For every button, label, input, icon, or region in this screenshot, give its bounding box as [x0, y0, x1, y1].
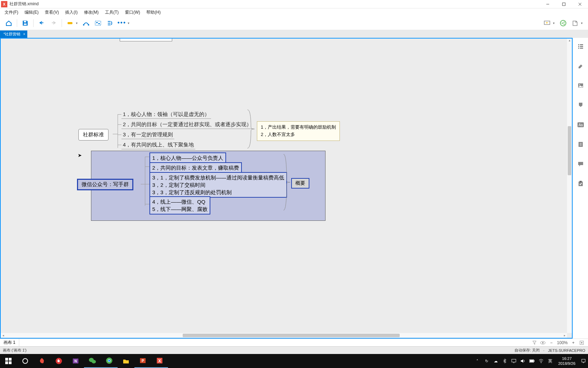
menu-view[interactable]: 查看(V): [42, 9, 62, 16]
horizontal-scrollbar[interactable]: ◂ ▸: [1, 333, 567, 338]
menu-help[interactable]: 帮助(H): [143, 9, 164, 16]
undo-button[interactable]: [36, 18, 47, 28]
close-button[interactable]: [572, 0, 588, 8]
mindmap-node-partial[interactable]: [120, 38, 172, 41]
tray-display-icon[interactable]: [509, 359, 518, 363]
wechat-icon[interactable]: [84, 354, 101, 368]
tray-notifications-icon[interactable]: [579, 359, 588, 363]
tray-refresh-icon[interactable]: ↻: [482, 359, 491, 363]
vscroll-thumb[interactable]: [568, 126, 571, 175]
mindmap-summary-selected[interactable]: 概要: [291, 178, 309, 189]
svg-rect-23: [580, 44, 583, 45]
tray-wifi-icon[interactable]: [537, 359, 546, 363]
mindmap-node-selected[interactable]: 微信公众号：写手群: [77, 179, 133, 190]
redo-button[interactable]: [48, 18, 59, 28]
cursor-icon: ➤: [78, 152, 82, 158]
task-icon[interactable]: [576, 179, 585, 188]
menu-edit[interactable]: 编辑(E): [21, 9, 42, 16]
connector: [118, 135, 121, 135]
start-button[interactable]: [0, 354, 17, 368]
marker-icon[interactable]: [576, 101, 585, 109]
dropdown-arrow-icon[interactable]: ▾: [581, 21, 585, 25]
dropdown-arrow-icon[interactable]: ▾: [553, 21, 557, 25]
maximize-button[interactable]: [556, 0, 572, 8]
mindmap-subtopic[interactable]: 3，有一定的管理规则: [121, 131, 174, 139]
tray-ime[interactable]: 英: [546, 358, 555, 364]
eye-icon[interactable]: [540, 340, 546, 346]
image-icon[interactable]: [576, 81, 585, 90]
tray-bluetooth-icon[interactable]: [500, 359, 509, 363]
menu-modify[interactable]: 修改(M): [81, 9, 102, 16]
format-icon[interactable]: [576, 62, 585, 70]
dropdown-arrow-icon[interactable]: ▾: [76, 21, 80, 25]
mindmap-summary[interactable]: 1，产出结果，需要有明确的鼓励机制 2，人数不宜太多: [257, 121, 340, 141]
cortana-icon[interactable]: [17, 354, 34, 368]
mindmap-subtopic[interactable]: 1，核心人物：领袖（可以是虚无的）: [121, 110, 211, 119]
explorer-icon[interactable]: [118, 354, 134, 368]
save-button[interactable]: [20, 18, 30, 28]
menu-file[interactable]: 文件(F): [1, 9, 21, 16]
taskbar-app[interactable]: [50, 354, 67, 368]
powerpoint-icon[interactable]: P: [134, 354, 151, 368]
toolbar: ▾ ••• ▾ ▾ ▾: [0, 16, 588, 30]
notes-icon[interactable]: [576, 140, 585, 149]
menu-window[interactable]: 窗口(W): [122, 9, 143, 16]
tray-volume-icon[interactable]: [518, 359, 527, 363]
scroll-up-icon[interactable]: ▴: [567, 39, 572, 43]
mindmap-subtopic-selected[interactable]: 2，共同的目标：发表文章，赚取稿费: [149, 162, 242, 173]
font-icon[interactable]: Aa: [576, 121, 585, 129]
svg-point-39: [542, 342, 544, 343]
svg-text:X: X: [158, 359, 161, 363]
share-button[interactable]: [558, 18, 568, 28]
dropdown-arrow-icon[interactable]: ▾: [128, 21, 132, 25]
xmind-taskbar-icon[interactable]: X: [151, 354, 168, 368]
export-button[interactable]: [570, 18, 580, 28]
chrome-icon[interactable]: [101, 354, 118, 368]
toolbar-right: ▾ ▾: [541, 18, 585, 28]
canvas-viewport[interactable]: 社群标准 1，核心人物：领袖（可以是虚无的） 2，共同的目标（一定要通过社群实现…: [0, 38, 573, 339]
zoom-out-icon[interactable]: −: [548, 340, 554, 346]
home-button[interactable]: [4, 18, 14, 28]
scroll-left-icon[interactable]: ◂: [1, 334, 6, 337]
tray-chevron-icon[interactable]: ˄: [473, 359, 482, 363]
mindmap-subtopic-selected[interactable]: 1，核心人物——公众号负责人: [149, 152, 226, 163]
svg-rect-65: [582, 359, 585, 362]
filter-icon[interactable]: [532, 340, 537, 346]
summary-button[interactable]: [105, 18, 115, 28]
connector: [118, 124, 121, 125]
fit-icon[interactable]: [579, 340, 584, 346]
more-button[interactable]: •••: [117, 18, 127, 28]
document-tab[interactable]: *社群营销 ×: [0, 30, 27, 38]
mindmap-subtopic[interactable]: 2，共同的目标（一定要通过社群实现、或者逐步实现）: [121, 121, 253, 129]
connector: [118, 114, 118, 148]
menu-tools[interactable]: 工具(T): [102, 9, 122, 16]
sheet-tab[interactable]: 画布 1: [0, 339, 19, 346]
mindmap-node[interactable]: 社群标准: [78, 129, 108, 141]
node-text: 社群标准: [83, 131, 104, 137]
svg-rect-62: [534, 360, 534, 362]
relationship-button[interactable]: [81, 18, 91, 28]
mindmap-subtopic-selected[interactable]: 3，1，定制了稿费发放机制——通过阅读量衡量稿费高低 3，2，定制了交稿时间 3…: [149, 172, 287, 198]
boundary-button[interactable]: [93, 18, 103, 28]
presentation-button[interactable]: [542, 18, 552, 28]
taskbar-app[interactable]: [34, 354, 50, 368]
scroll-right-icon[interactable]: ▸: [562, 334, 567, 337]
vertical-scrollbar[interactable]: ▴: [567, 39, 572, 333]
mindmap-subtopic[interactable]: 4，有共同的线上、线下聚集地: [121, 141, 195, 149]
outline-icon[interactable]: [576, 42, 585, 50]
connector: [145, 204, 149, 204]
tab-close-icon[interactable]: ×: [23, 32, 25, 36]
hscroll-thumb[interactable]: [183, 334, 400, 337]
insert-topic-button[interactable]: [65, 18, 75, 28]
tray-cloud-icon[interactable]: ☁: [491, 359, 500, 363]
minimize-button[interactable]: [540, 0, 556, 8]
onenote-icon[interactable]: N: [67, 354, 84, 368]
menu-insert[interactable]: 插入(I): [62, 9, 80, 16]
comments-icon[interactable]: [576, 160, 585, 168]
tray-clock[interactable]: 16:27 2018/9/26: [555, 356, 579, 366]
mindmap-subtopic-selected[interactable]: 4，线上——微信、QQ 5，线下——网聚、腐败: [149, 196, 210, 214]
zoom-in-icon[interactable]: +: [570, 340, 576, 346]
svg-rect-26: [578, 48, 579, 49]
mindmap-canvas[interactable]: 社群标准 1，核心人物：领袖（可以是虚无的） 2，共同的目标（一定要通过社群实现…: [1, 39, 572, 338]
tray-battery-icon[interactable]: [527, 359, 537, 363]
